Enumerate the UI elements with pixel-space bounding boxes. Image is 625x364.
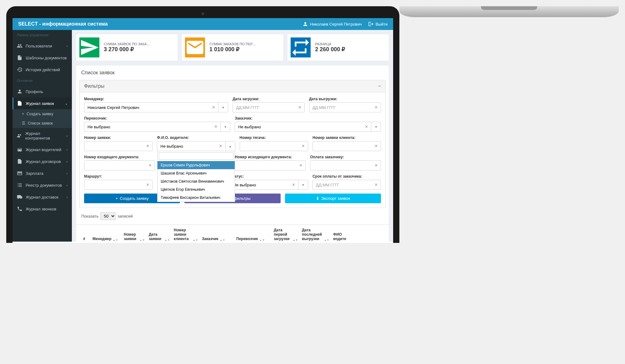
col-req-num[interactable]: Номер заявки▲▼ <box>122 225 147 242</box>
status-select[interactable]: ×▼ <box>230 180 308 190</box>
clear-icon[interactable]: × <box>362 122 371 131</box>
col-num[interactable]: # <box>81 225 91 242</box>
sidebar-item-drivers[interactable]: Журнал водителей› <box>12 144 72 155</box>
dropdown-search-input[interactable] <box>159 152 233 160</box>
truck-icon <box>17 194 22 200</box>
customer-select[interactable]: ×▼ <box>235 122 381 132</box>
col-last-unload[interactable]: Дата последней выгрузки▲▼ <box>300 225 331 242</box>
history-icon <box>17 67 22 72</box>
col-driver[interactable]: ФИО водите <box>331 225 353 242</box>
logout-button[interactable]: Выйти <box>368 21 388 27</box>
clear-icon[interactable]: × <box>289 180 298 189</box>
clear-icon[interactable]: × <box>296 161 305 170</box>
users-icon <box>17 43 22 49</box>
document-icon <box>17 159 22 164</box>
col-carrier[interactable]: Перевозчик▲▼ <box>234 225 272 242</box>
driver-label: Ф.И.О. водителя: <box>157 135 235 140</box>
payment-input[interactable]: × <box>310 160 381 170</box>
chevron-down-icon: ⌄ <box>65 102 68 105</box>
deadline-input[interactable]: × <box>312 180 381 190</box>
col-manager[interactable]: Менеджер▲▼ <box>91 225 122 242</box>
dropdown-icon[interactable]: ▼ <box>298 180 308 189</box>
dropdown-option[interactable]: Тимофеев Виссарион Витальевич <box>158 194 234 202</box>
chevron-right-icon: › <box>67 195 68 199</box>
download-icon: ⬇ <box>316 196 319 201</box>
sort-icon: ▲▼ <box>220 239 225 241</box>
user-menu[interactable]: Николаев Сергей Петрович <box>302 21 362 27</box>
clear-icon[interactable]: × <box>146 161 155 170</box>
profile-icon <box>17 89 22 94</box>
route-input[interactable]: × <box>84 180 152 190</box>
file-icon <box>17 55 22 61</box>
clear-icon[interactable]: × <box>143 180 152 189</box>
request-num-input[interactable]: × <box>84 141 152 151</box>
truck-label: Номер тягача: <box>240 135 308 140</box>
dropdown-option[interactable]: Ершов Семен Рудольфович <box>158 161 234 169</box>
carrier-select[interactable]: ×▼ <box>84 122 230 132</box>
dropdown-icon[interactable]: ▼ <box>371 122 381 131</box>
chevron-right-icon: › <box>67 172 68 175</box>
col-customer[interactable]: Заказчик▲▼ <box>200 225 234 242</box>
phone-icon <box>17 206 22 212</box>
car-icon <box>17 147 22 152</box>
page-size-select[interactable]: 50 <box>100 212 116 220</box>
dropdown-option[interactable]: Шестаков Святослав Вениаминович <box>158 177 234 185</box>
sort-icon: ▲▼ <box>113 239 118 241</box>
load-date-input[interactable]: × <box>232 102 305 112</box>
col-first-load[interactable]: Дата первой загрузки▲▼ <box>272 225 300 242</box>
clear-icon[interactable]: × <box>211 122 221 131</box>
sidebar-sub-list[interactable]: ☰Список заявок <box>12 119 72 128</box>
dropdown-icon[interactable]: ▼ <box>221 122 230 131</box>
driver-select[interactable]: ×▲ Ершов Семен Рудольфович Шашков Влас А… <box>157 141 235 151</box>
manager-select[interactable]: ×▼ <box>84 102 228 112</box>
clear-icon[interactable]: × <box>209 103 218 112</box>
col-client-num[interactable]: Номер заявки клиента▲▼ <box>172 225 200 242</box>
dropdown-icon[interactable]: ▲ <box>226 141 235 151</box>
plus-icon: + <box>22 112 24 116</box>
filters-header[interactable]: Фильтры − <box>80 80 385 92</box>
user-icon <box>302 21 308 27</box>
chevron-right-icon: › <box>67 134 68 138</box>
sidebar: Панель управления Пользователи› Шаблоны … <box>12 30 72 242</box>
dropdown-icon[interactable]: ▼ <box>218 103 228 112</box>
manager-label: Менеджер: <box>84 97 228 101</box>
export-button[interactable]: ⬇Экспорт заявок <box>285 194 381 203</box>
sidebar-item-calls[interactable]: Журнал звонков <box>12 203 72 215</box>
sidebar-item-contracts[interactable]: Журнал договоров› <box>12 155 72 167</box>
sidebar-item-users[interactable]: Пользователи› <box>12 40 72 52</box>
unload-date-input[interactable]: × <box>309 102 381 112</box>
sidebar-item-history[interactable]: История действий <box>12 64 72 76</box>
sidebar-section-admin: Панель управления <box>12 30 72 40</box>
clear-icon[interactable]: × <box>216 141 225 151</box>
users-icon <box>17 133 22 139</box>
dropdown-option[interactable]: Шашков Влас Арсеньевич <box>158 169 234 177</box>
card-icon <box>17 170 22 176</box>
sidebar-sub-create[interactable]: +Создать заявку <box>12 109 72 119</box>
collapse-icon[interactable]: − <box>378 83 381 89</box>
clear-icon[interactable]: × <box>372 141 381 151</box>
clear-icon[interactable]: × <box>143 141 152 151</box>
clear-icon[interactable]: × <box>372 161 381 170</box>
clear-icon[interactable]: × <box>372 103 381 112</box>
sidebar-item-contragents[interactable]: Журнал контрагентов› <box>12 128 72 144</box>
sidebar-item-salary[interactable]: Зарплата› <box>12 167 72 179</box>
deadline-label: Срок оплаты от заказчика: <box>312 174 381 179</box>
dropdown-option[interactable]: Цветков Егор Евгеньевич <box>158 185 234 194</box>
client-req-input[interactable]: × <box>312 141 381 151</box>
outgoing-input[interactable]: × <box>235 160 306 170</box>
clear-icon[interactable]: × <box>295 103 304 112</box>
incoming-input[interactable]: × <box>84 160 155 170</box>
list-icon: ☰ <box>22 121 25 125</box>
sidebar-item-templates[interactable]: Шаблоны документов <box>12 52 72 64</box>
col-req-date[interactable]: Дата заявки▲▼ <box>147 225 172 242</box>
clear-icon[interactable]: × <box>299 141 308 151</box>
plus-icon: + <box>116 196 118 201</box>
sidebar-item-journal[interactable]: Журнал заявок⌄ <box>12 97 72 109</box>
sidebar-item-delivery[interactable]: Журнал доставок› <box>12 191 72 203</box>
sidebar-item-profile[interactable]: Профиль <box>12 86 72 97</box>
sidebar-item-registry[interactable]: Реестр документов› <box>12 179 72 191</box>
truck-input[interactable]: × <box>240 141 308 151</box>
request-num-label: Номер заявки: <box>84 135 152 140</box>
document-icon <box>17 101 22 106</box>
clear-icon[interactable]: × <box>372 180 381 189</box>
